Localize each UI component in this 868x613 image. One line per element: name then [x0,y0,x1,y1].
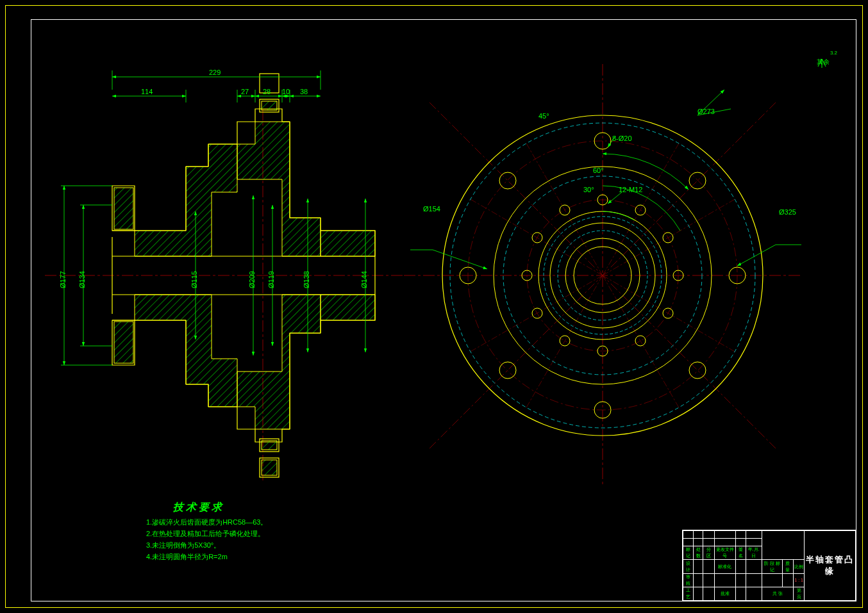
face-view-svg [0,0,868,613]
label-60deg: 60° [593,167,604,174]
tb-page: 第 页 [793,587,804,600]
label-45deg: 45° [538,112,549,120]
svg-line-84 [737,245,776,266]
tb-appr: 批准 [714,587,735,600]
label-d154: Ø154 [423,205,440,213]
svg-line-42 [603,142,680,275]
tb-scale-val: 1 : 1 [793,573,804,587]
svg-line-49 [469,199,603,275]
label-8-d20: 8-Ø20 [612,135,632,142]
svg-line-47 [526,142,603,275]
tech-req-2: 2.在热处理及精加工后给予磷化处理。 [146,529,265,539]
svg-point-63 [689,172,706,189]
surface-ra-value: 3.2 [830,50,837,56]
svg-line-83 [433,250,487,269]
tb-sheets: 共 张 [762,587,793,600]
label-12-m12: 12-M12 [619,186,642,193]
tech-req-1: 1.渗碳淬火后齿面硬度为HRC58—63。 [146,518,267,527]
tb-stage: 阶 段 标 记 [762,560,782,573]
tb-mark: 标记 [683,546,694,560]
svg-line-46 [603,275,680,409]
tb-changedoc: 更改文件号 [714,546,735,560]
title-block: 半轴套管凸缘 标记 处数 分 区 更改文件号 签名 年.月.日 设计 标准化 阶… [682,530,856,601]
surface-finish-rest: 其余 [817,58,830,67]
label-d325: Ø325 [779,208,796,216]
svg-line-48 [603,275,736,352]
svg-point-67 [499,362,516,379]
tb-check: 审核 [683,573,694,587]
svg-line-44 [603,199,736,275]
tech-req-title: 技术要求 [173,501,224,514]
svg-point-65 [689,362,706,379]
drawing-sheet: 229 114 27 28 10 38 Ø177 Ø134 Ø115 Ø209 … [0,0,868,613]
tb-scale: 比例 [793,560,804,573]
svg-point-69 [499,172,516,189]
tb-proc: 工艺 [683,587,694,600]
tb-zone: 分 区 [703,546,714,560]
tech-req-4: 4.未注明圆角半径为R=2m [146,552,228,562]
svg-line-43 [526,275,603,409]
tb-std: 标准化 [714,560,735,573]
tb-date: 年.月.日 [746,546,762,560]
label-30deg: 30° [583,186,594,193]
tb-sign: 签名 [735,546,746,560]
svg-line-45 [469,275,603,352]
tb-design: 设计 [683,560,694,573]
label-d273: Ø273 [697,108,715,115]
tech-req-3: 3.未注明倒角为5X30°。 [146,541,221,550]
tb-count: 处数 [693,546,703,560]
part-name: 半轴套管凸缘 [805,531,856,601]
tb-mass: 质 量 [782,560,793,573]
